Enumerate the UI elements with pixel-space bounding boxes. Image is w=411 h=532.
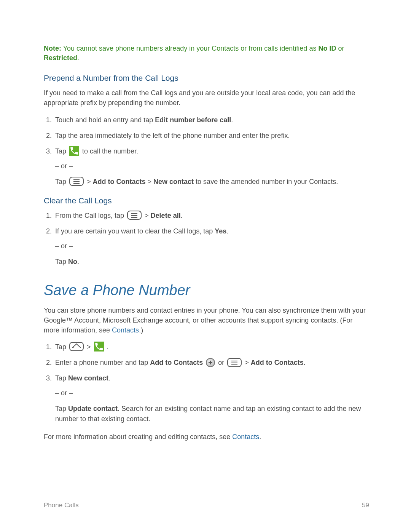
- prepend-step-3: Tap to call the number. – or – Tap > Add…: [54, 146, 369, 187]
- gt: >: [87, 343, 93, 351]
- gt: >: [87, 178, 93, 185]
- home-icon: [69, 342, 84, 351]
- text: .: [107, 343, 109, 351]
- or-separator: – or –: [55, 241, 369, 251]
- text: Tap: [55, 258, 68, 265]
- no-bold: No: [68, 258, 77, 265]
- text: .: [77, 258, 79, 265]
- text: .: [181, 212, 183, 219]
- text: .: [259, 433, 261, 441]
- gt: >: [145, 212, 151, 219]
- prepend-step-2: Tap the area immediately to the left of …: [54, 131, 369, 141]
- text: You can store phone numbers and contact …: [44, 307, 366, 334]
- note-noid: No ID: [318, 45, 336, 52]
- prepend-steps: Touch and hold an entry and tap Edit num…: [44, 115, 369, 187]
- or-separator: – or –: [55, 161, 369, 171]
- phone-icon: [94, 342, 104, 351]
- note-block: Note: You cannot save phone numbers alre…: [44, 44, 369, 63]
- new-contact-bold: New contact: [153, 178, 194, 185]
- contacts-link[interactable]: Contacts: [112, 326, 139, 334]
- prepend-intro: If you need to make a call from the Call…: [44, 88, 369, 108]
- note-or: or: [336, 45, 344, 52]
- add-to-contacts-bold: Add to Contacts: [93, 178, 146, 185]
- save-intro: You can store phone numbers and contact …: [44, 305, 369, 335]
- save-step-3b: Tap Update contact. Search for an existi…: [55, 404, 369, 424]
- text: .: [304, 359, 306, 366]
- prepend-step-3b: Tap > Add to Contacts > New contact to s…: [55, 177, 369, 187]
- text: Tap: [55, 343, 68, 351]
- menu-icon: [227, 358, 242, 367]
- text: .): [139, 326, 143, 334]
- add-icon: [206, 358, 215, 367]
- save-step-2: Enter a phone number and tap Add to Cont…: [54, 358, 369, 368]
- text: or: [218, 359, 226, 366]
- text: Tap: [55, 374, 68, 382]
- heading-clear: Clear the Call Logs: [44, 196, 369, 205]
- text: to call the number.: [82, 147, 138, 155]
- menu-icon: [69, 177, 84, 186]
- text: .: [108, 374, 110, 382]
- gt: >: [146, 178, 154, 185]
- yes-bold: Yes: [215, 227, 226, 235]
- section-title-save: Save a Phone Number: [44, 282, 369, 299]
- save-steps: Tap > . Enter a phone number and tap Add…: [44, 342, 369, 424]
- delete-all-bold: Delete all: [151, 212, 181, 219]
- text: Touch and hold an entry and tap: [55, 116, 155, 124]
- page-number: 59: [362, 502, 369, 509]
- add-to-contacts-bold: Add to Contacts: [150, 359, 203, 366]
- text: Tap: [55, 147, 68, 155]
- note-body-pre: You cannot save phone numbers already in…: [61, 45, 318, 52]
- text: From the Call logs, tap: [55, 212, 126, 219]
- new-contact-bold: New contact: [68, 374, 108, 382]
- prepend-step-1: Touch and hold an entry and tap Edit num…: [54, 115, 369, 125]
- text: .: [231, 116, 233, 124]
- heading-prepend: Prepend a Number from the Call Logs: [44, 73, 369, 83]
- text: If you are certain you want to clear the…: [55, 227, 215, 235]
- text: .: [226, 227, 228, 235]
- text: For more information about creating and …: [44, 433, 232, 441]
- add-to-contacts-bold: Add to Contacts: [251, 359, 304, 366]
- edit-number-bold: Edit number before call: [155, 116, 231, 124]
- save-outro: For more information about creating and …: [44, 432, 369, 442]
- footer-section: Phone Calls: [44, 502, 79, 509]
- text: Tap: [55, 405, 68, 412]
- gt: >: [245, 359, 251, 366]
- text: Tap: [55, 178, 68, 185]
- contacts-link[interactable]: Contacts: [232, 433, 259, 441]
- clear-step-2b: Tap No.: [55, 257, 369, 267]
- clear-steps: From the Call logs, tap > Delete all. If…: [44, 211, 369, 267]
- update-contact-bold: Update contact: [68, 405, 118, 412]
- clear-step-1: From the Call logs, tap > Delete all.: [54, 211, 369, 221]
- text: Enter a phone number and tap: [55, 359, 150, 366]
- save-step-1: Tap > .: [54, 342, 369, 352]
- clear-step-2: If you are certain you want to clear the…: [54, 226, 369, 267]
- text: to save the amended number in your Conta…: [194, 178, 338, 185]
- note-restricted: Restricted: [44, 54, 77, 62]
- phone-icon: [69, 146, 79, 156]
- menu-icon: [127, 211, 142, 220]
- save-step-3: Tap New contact. – or – Tap Update conta…: [54, 373, 369, 424]
- note-label: Note:: [44, 45, 61, 52]
- or-separator: – or –: [55, 388, 369, 398]
- note-dot: .: [77, 54, 79, 62]
